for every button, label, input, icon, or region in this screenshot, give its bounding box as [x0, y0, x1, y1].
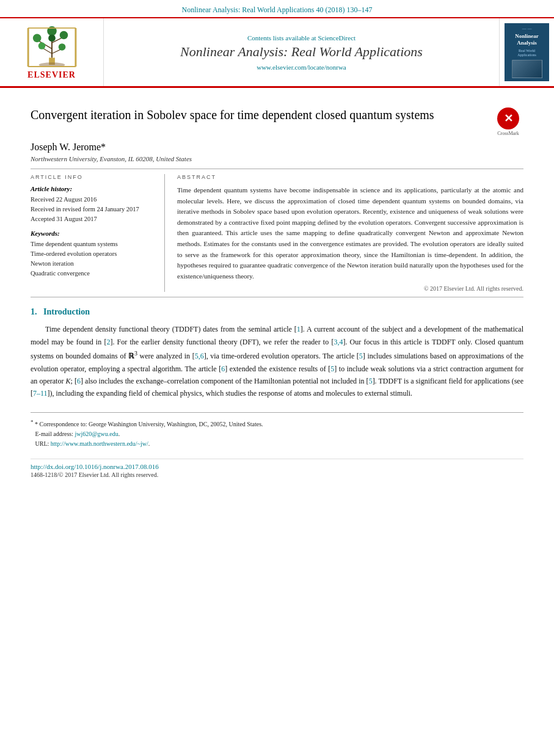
journal-title-center: Contents lists available at ScienceDirec… [104, 18, 499, 86]
ref-6a[interactable]: 6 [221, 365, 225, 373]
email-label: E-mail address: [35, 431, 73, 437]
svg-point-11 [48, 34, 56, 42]
footnote-star-mark: * [31, 419, 34, 425]
journal-reference-link[interactable]: Nonlinear Analysis: Real World Applicati… [182, 5, 373, 14]
journal-header: ELSEVIER Contents lists available at Sci… [0, 18, 554, 88]
cover-title-text: NonlinearAnalysis [515, 33, 539, 46]
received-revised-date: Received in revised form 24 January 2017 [31, 205, 152, 214]
crossmark-badge[interactable]: ✕ CrossMark [493, 106, 523, 137]
footnote-area: * * Correspondence to: George Washington… [31, 412, 523, 449]
accepted-date: Accepted 31 August 2017 [31, 214, 152, 224]
svg-point-7 [32, 34, 41, 42]
svg-point-9 [38, 42, 45, 49]
history-subheader: Article history: [31, 185, 152, 192]
svg-point-8 [59, 31, 68, 39]
affiliation-line: Northwestern University, Evanston, IL 60… [31, 155, 523, 162]
journal-cover-image: — — NonlinearAnalysis Real WorldApplicat… [505, 23, 549, 81]
intro-paragraph-1: Time dependent density functional theory… [31, 323, 523, 399]
info-abstract-section: ARTICLE INFO Article history: Received 2… [31, 169, 523, 297]
section-name: Introduction [43, 307, 90, 316]
issn-line: 1468-1218/© 2017 Elsevier Ltd. All right… [31, 471, 523, 478]
svg-point-10 [58, 43, 65, 51]
abstract-column: ABSTRACT Time dependent quantum systems … [165, 174, 523, 292]
article-info-header: ARTICLE INFO [31, 174, 152, 180]
article-title-section: Convergent iteration in Sobolev space fo… [31, 106, 523, 137]
ref-5b[interactable]: 5 [330, 365, 334, 373]
received-date: Received 22 August 2016 [31, 195, 152, 205]
ref-5c[interactable]: 5 [369, 377, 373, 385]
page-footer: http://dx.doi.org/10.1016/j.nonrwa.2017.… [31, 459, 523, 478]
ref-3-4[interactable]: 3,4 [333, 338, 343, 346]
keyword-3: Newton iteration [31, 259, 152, 269]
copyright-line: © 2017 Elsevier Ltd. All rights reserved… [177, 285, 523, 292]
keyword-4: Quadratic convergence [31, 269, 152, 278]
journal-cover-right: — — NonlinearAnalysis Real WorldApplicat… [499, 18, 554, 86]
journal-url-line[interactable]: www.elsevier.com/locate/nonrwa [257, 64, 346, 71]
footnote-email: E-mail address: jwj620@gwu.edu. [31, 429, 523, 439]
keywords-section: Keywords: Time dependent quantum systems… [31, 230, 152, 278]
ref-5a[interactable]: 5 [359, 352, 363, 360]
elsevier-brand-label: ELSEVIER [27, 70, 76, 80]
journal-name-title: Nonlinear Analysis: Real World Applicati… [180, 44, 423, 60]
ref-7-11[interactable]: 7–11 [33, 389, 48, 398]
ref-1[interactable]: 1 [297, 325, 301, 333]
section-title: 1. Introduction [31, 307, 523, 317]
footnote-correspondence: * Correspondence to: George Washington U… [35, 421, 263, 427]
footnote-star: * * Correspondence to: George Washington… [31, 418, 523, 429]
ref-6b[interactable]: 6 [77, 377, 81, 385]
doi-link[interactable]: http://dx.doi.org/10.1016/j.nonrwa.2017.… [31, 463, 523, 470]
ref-2[interactable]: 2 [106, 338, 110, 346]
introduction-section: 1. Introduction Time dependent density f… [31, 307, 523, 399]
journal-reference-bar: Nonlinear Analysis: Real World Applicati… [0, 0, 554, 18]
author-name: Joseph W. Jerome* [31, 142, 106, 152]
elsevier-tree-icon [24, 25, 79, 68]
main-content: Convergent iteration in Sobolev space fo… [0, 88, 554, 490]
keyword-1: Time dependent quantum systems [31, 239, 152, 249]
url-label: URL: [35, 440, 49, 447]
abstract-header: ABSTRACT [177, 174, 523, 180]
contents-prefix: Contents lists available at [247, 34, 316, 42]
abstract-text: Time dependent quantum systems have beco… [177, 185, 523, 282]
keyword-2: Time-ordered evolution operators [31, 249, 152, 259]
section-number: 1. [31, 307, 37, 316]
email-link[interactable]: jwj620@gwu.edu [75, 431, 118, 437]
article-title: Convergent iteration in Sobolev space fo… [31, 106, 487, 123]
crossmark-label: CrossMark [497, 131, 519, 136]
footnote-url: URL: http://www.math.northwestern.edu/~j… [31, 439, 523, 449]
crossmark-circle-icon: ✕ [497, 107, 519, 129]
keywords-subheader: Keywords: [31, 230, 152, 237]
article-info-column: ARTICLE INFO Article history: Received 2… [31, 174, 165, 292]
sciencedirect-link[interactable]: ScienceDirect [318, 34, 355, 42]
contents-available-line: Contents lists available at ScienceDirec… [247, 34, 355, 42]
url-link[interactable]: http://www.math.northwestern.edu/~jw/ [51, 440, 148, 447]
elsevier-logo-section: ELSEVIER [0, 18, 104, 86]
author-line: Joseph W. Jerome* [31, 142, 523, 153]
ref-5-6[interactable]: 5,6 [195, 352, 204, 360]
